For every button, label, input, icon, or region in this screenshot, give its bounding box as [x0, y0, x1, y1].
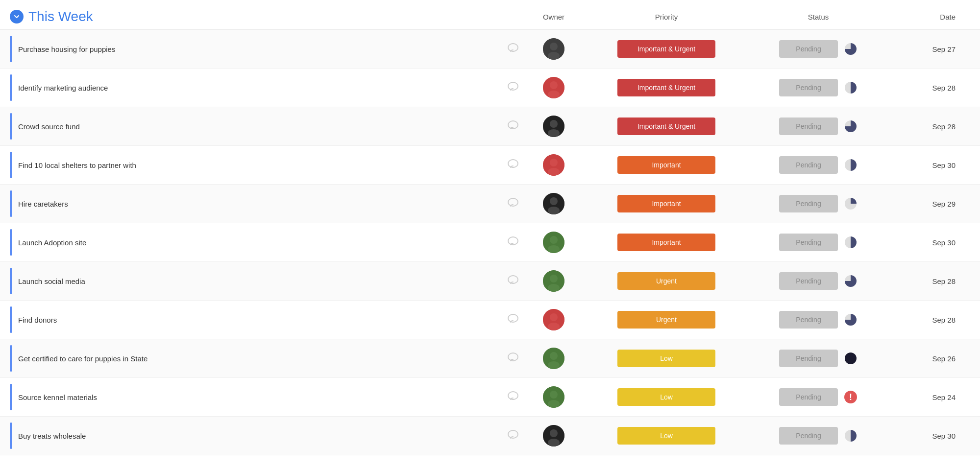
comment-icon[interactable]	[507, 312, 519, 328]
status-badge: Pending	[779, 350, 838, 367]
date-cell: Sep 28	[892, 84, 970, 92]
task-left: Find donors	[10, 301, 519, 339]
col-header-date: Date	[892, 13, 970, 21]
priority-cell[interactable]: Important & Urgent	[588, 79, 745, 96]
header-title-area: This Week	[10, 9, 519, 24]
progress-icon[interactable]	[844, 274, 858, 288]
priority-cell[interactable]: Low	[588, 388, 745, 406]
svg-point-32	[550, 275, 558, 282]
task-name: Get certified to care for puppies in Sta…	[18, 354, 496, 363]
status-badge: Pending	[779, 195, 838, 212]
priority-badge: Important	[617, 234, 715, 251]
table-row: Get certified to care for puppies in Sta…	[0, 339, 980, 378]
priority-cell[interactable]: Important	[588, 195, 745, 212]
priority-cell[interactable]: Low	[588, 427, 745, 445]
comment-icon[interactable]	[507, 80, 519, 95]
owner-cell	[519, 154, 588, 176]
priority-badge: Important	[617, 156, 715, 174]
priority-cell[interactable]: Low	[588, 350, 745, 367]
priority-cell[interactable]: Important	[588, 156, 745, 174]
owner-cell	[519, 77, 588, 98]
progress-icon[interactable]	[844, 119, 858, 133]
task-left: Purchase housing for puppies	[10, 30, 519, 68]
task-name: Hire caretakers	[18, 200, 496, 208]
svg-point-7	[550, 81, 558, 89]
comment-icon[interactable]	[507, 196, 519, 212]
svg-point-22	[550, 197, 558, 205]
table-row: Find 10 local shelters to partner with I…	[0, 146, 980, 185]
owner-cell	[519, 38, 588, 60]
progress-icon[interactable]	[844, 313, 858, 327]
comment-icon[interactable]	[507, 274, 519, 289]
comment-icon[interactable]	[507, 235, 519, 250]
priority-cell[interactable]: Urgent	[588, 311, 745, 329]
progress-icon[interactable]	[844, 197, 858, 211]
progress-icon[interactable]	[844, 352, 858, 365]
chevron-icon[interactable]	[10, 10, 24, 24]
priority-badge: Important & Urgent	[617, 79, 715, 96]
progress-icon[interactable]	[844, 81, 858, 94]
priority-cell[interactable]: Important & Urgent	[588, 40, 745, 58]
priority-cell[interactable]: Important	[588, 234, 745, 251]
task-bar	[10, 113, 12, 140]
comment-icon[interactable]	[507, 390, 519, 405]
status-cell: Pending	[745, 118, 892, 135]
comment-icon[interactable]	[507, 428, 519, 444]
owner-cell	[519, 386, 588, 408]
priority-cell[interactable]: Urgent	[588, 272, 745, 290]
task-bar	[10, 384, 12, 410]
status-cell: Pending !	[745, 388, 892, 406]
status-cell: Pending	[745, 156, 892, 174]
comment-icon[interactable]	[507, 351, 519, 366]
task-bar	[10, 306, 12, 333]
task-bar	[10, 345, 12, 372]
table-row: Crowd source fund Important & Urgent Pen…	[0, 107, 980, 146]
svg-point-12	[550, 120, 558, 128]
task-left: Launch social media	[10, 262, 519, 300]
owner-cell	[519, 309, 588, 330]
svg-point-2	[550, 43, 558, 50]
progress-icon[interactable]	[844, 42, 858, 56]
progress-icon[interactable]	[844, 429, 858, 443]
priority-badge: Low	[617, 427, 715, 445]
date-cell: Sep 30	[892, 161, 970, 169]
svg-point-18	[548, 168, 560, 176]
priority-badge: Urgent	[617, 272, 715, 290]
task-name: Find donors	[18, 316, 496, 324]
comment-icon[interactable]	[507, 119, 519, 134]
comment-icon[interactable]	[507, 158, 519, 173]
task-bar	[10, 152, 12, 178]
date-cell: Sep 27	[892, 45, 970, 53]
priority-badge: Low	[617, 350, 715, 367]
status-cell: Pending	[745, 234, 892, 251]
progress-icon[interactable]	[844, 158, 858, 172]
svg-point-13	[548, 129, 560, 137]
priority-badge: Urgent	[617, 311, 715, 329]
task-name: Identify marketing audience	[18, 84, 496, 92]
priority-cell[interactable]: Important & Urgent	[588, 118, 745, 135]
svg-point-17	[550, 159, 558, 166]
status-cell: Pending	[745, 40, 892, 58]
priority-badge: Low	[617, 388, 715, 406]
task-bar	[10, 268, 12, 294]
progress-icon[interactable]: !	[844, 390, 858, 404]
task-name: Buy treats wholesale	[18, 432, 496, 440]
progress-icon[interactable]	[844, 235, 858, 249]
date-cell: Sep 30	[892, 238, 970, 247]
svg-point-48	[548, 400, 560, 408]
status-cell: Pending	[745, 350, 892, 367]
section-title: This Week	[28, 9, 93, 24]
status-badge: Pending	[779, 118, 838, 135]
task-name: Launch social media	[18, 277, 496, 285]
svg-point-42	[550, 352, 558, 360]
comment-icon[interactable]	[507, 42, 519, 57]
status-badge: Pending	[779, 156, 838, 174]
date-cell: Sep 26	[892, 354, 970, 363]
task-name: Launch Adoption site	[18, 238, 496, 247]
task-bar	[10, 423, 12, 449]
col-header-status: Status	[745, 13, 892, 21]
task-left: Source kennel materials	[10, 378, 519, 416]
col-header-owner: Owner	[519, 13, 588, 21]
svg-point-53	[550, 429, 558, 437]
task-bar	[10, 229, 12, 256]
